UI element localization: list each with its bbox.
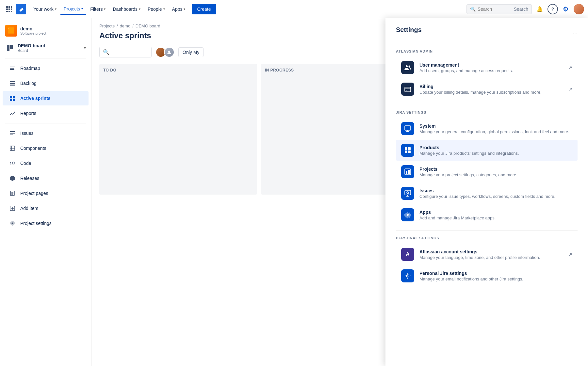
billing-text: Billing Update your billing details, man… (419, 84, 563, 95)
only-my-button[interactable]: Only My (178, 47, 204, 57)
chevron-down-icon: ▾ (81, 7, 83, 10)
breadcrumb-demo[interactable]: demo (120, 24, 131, 28)
settings-section-personal: PERSONAL SETTINGS (396, 236, 578, 240)
svg-rect-1 (8, 6, 10, 8)
sidebar-item-releases[interactable]: Releases (3, 171, 89, 185)
settings-item-projects[interactable]: Projects Manage your project settings, c… (396, 161, 578, 182)
user-avatar[interactable] (574, 4, 584, 14)
system-text: System Manage your general configuration… (419, 123, 572, 134)
backlog-icon (8, 79, 17, 88)
sidebar-item-roadmap[interactable]: Roadmap (3, 61, 89, 75)
svg-rect-0 (6, 6, 8, 8)
sidebar-item-label: Project pages (20, 191, 48, 196)
board-search-input[interactable] (111, 50, 148, 55)
svg-rect-16 (10, 85, 15, 86)
nav-projects[interactable]: Projects ▾ (60, 4, 87, 15)
svg-rect-5 (11, 8, 12, 10)
svg-rect-14 (10, 81, 15, 82)
svg-rect-19 (10, 99, 12, 101)
sidebar-item-label: Code (20, 161, 31, 166)
sidebar-item-active-sprints[interactable]: Active sprints (3, 91, 89, 105)
svg-rect-49 (408, 151, 411, 153)
notifications-wrapper: 🔔 (534, 4, 545, 14)
nav-apps[interactable]: Apps ▾ (169, 4, 189, 14)
svg-rect-47 (408, 147, 411, 150)
svg-rect-6 (6, 11, 8, 12)
settings-item-issues[interactable]: Issues Configure your issue types, workf… (396, 183, 578, 204)
external-link-icon: ↗ (568, 87, 572, 92)
nav-filters[interactable]: Filters ▾ (87, 4, 109, 14)
board-search-box[interactable]: 🔍 (99, 47, 152, 57)
external-link-icon: ↗ (568, 65, 572, 70)
search-input[interactable] (478, 7, 514, 12)
project-name: demo (20, 26, 86, 31)
more-options-icon[interactable]: ··· (573, 30, 578, 37)
nav-people[interactable]: People ▾ (144, 4, 168, 14)
system-desc: Manage your general configuration, globa… (419, 129, 572, 134)
atlassian-account-icon: A (401, 248, 414, 261)
billing-desc: Update your billing details, manage your… (419, 90, 563, 95)
sidebar-item-backlog[interactable]: Backlog (3, 76, 89, 90)
settings-item-personal-jira[interactable]: Personal Jira settings Manage your email… (396, 265, 578, 286)
settings-item-atlassian-account[interactable]: A Atlassian account settings Manage your… (396, 244, 578, 265)
settings-header: Settings ··· (396, 26, 578, 41)
active-sprints-icon (8, 94, 17, 103)
help-button[interactable]: ? (547, 4, 558, 14)
roadmap-icon (8, 64, 17, 73)
create-button[interactable]: Create (192, 4, 216, 14)
settings-item-billing[interactable]: Billing Update your billing details, man… (396, 79, 578, 100)
chevron-down-icon: ▾ (55, 7, 57, 11)
sidebar-item-project-pages[interactable]: Project pages (3, 186, 89, 200)
svg-rect-10 (10, 45, 13, 49)
atlassian-account-text: Atlassian account settings Manage your l… (419, 249, 563, 260)
settings-gear-button[interactable]: ⚙ (561, 4, 571, 14)
svg-point-59 (407, 276, 408, 277)
projects-title: Projects (419, 167, 572, 172)
nav-dashboards[interactable]: Dashboards ▾ (109, 4, 144, 14)
avatar-group (155, 47, 174, 57)
apps-settings-icon (401, 208, 414, 221)
sidebar-item-project-settings[interactable]: Project settings (3, 216, 89, 231)
settings-item-system[interactable]: System Manage your general configuration… (396, 118, 578, 139)
sidebar-item-add-item[interactable]: Add item (3, 201, 89, 215)
releases-icon (8, 174, 17, 183)
user-avatar-2[interactable] (164, 47, 174, 57)
sidebar-item-label: Issues (20, 131, 33, 136)
svg-rect-9 (7, 45, 9, 51)
project-header: 🟧 demo Software project (0, 22, 91, 39)
nav-items: Your work ▾ Projects ▾ Filters ▾ Dashboa… (30, 4, 465, 15)
sidebar-item-code[interactable]: Code (3, 156, 89, 170)
sidebar-item-issues[interactable]: Issues (3, 126, 89, 140)
svg-rect-15 (10, 83, 15, 84)
svg-rect-53 (405, 190, 411, 195)
svg-rect-17 (10, 96, 12, 98)
board-chevron-icon: ▾ (84, 46, 86, 50)
svg-rect-18 (13, 96, 15, 98)
settings-item-products[interactable]: Products Manage your Jira products' sett… (396, 140, 578, 161)
settings-item-apps[interactable]: Apps Add and manage Jira Marketplace app… (396, 204, 578, 225)
sidebar-item-components[interactable]: Components (3, 141, 89, 155)
add-item-icon (8, 204, 17, 213)
svg-rect-21 (10, 131, 15, 132)
chevron-down-icon: ▾ (104, 7, 106, 11)
search-box[interactable]: 🔍 Search (466, 4, 532, 14)
breadcrumb-projects[interactable]: Projects (99, 24, 115, 28)
settings-item-user-management[interactable]: User management Add users, groups, and m… (396, 57, 578, 78)
jira-logo[interactable] (16, 4, 26, 14)
issues-settings-text: Issues Configure your issue types, workf… (419, 188, 572, 199)
svg-point-38 (406, 65, 408, 67)
board-icon (5, 43, 14, 53)
notifications-button[interactable]: 🔔 (534, 4, 545, 14)
nav-your-work[interactable]: Your work ▾ (30, 4, 60, 14)
sidebar-item-reports[interactable]: Reports (3, 106, 89, 120)
svg-rect-46 (405, 147, 407, 150)
board-header[interactable]: DEMO board Board ▾ (0, 40, 91, 56)
project-settings-icon (8, 219, 17, 228)
grid-menu-icon[interactable] (4, 4, 14, 14)
products-title: Products (419, 145, 572, 150)
svg-rect-42 (406, 90, 407, 90)
svg-point-39 (409, 66, 410, 67)
sidebar-item-label: Add item (20, 206, 38, 211)
breadcrumb-current: DEMO board (136, 24, 160, 28)
apps-settings-text: Apps Add and manage Jira Marketplace app… (419, 210, 572, 220)
